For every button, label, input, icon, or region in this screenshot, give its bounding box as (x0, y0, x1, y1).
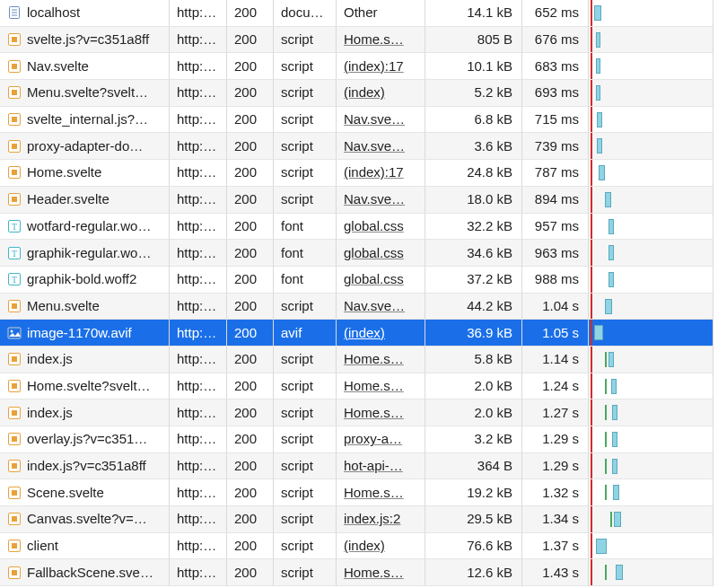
name-cell[interactable]: Menu.svelte (0, 294, 170, 320)
size-cell[interactable]: 24.8 kB (425, 160, 522, 187)
type-cell[interactable]: font (274, 240, 337, 267)
initiator-link[interactable]: Nav.sve… (344, 111, 405, 127)
initiator-cell[interactable]: global.css (337, 214, 425, 241)
protocol-cell[interactable]: http:… (170, 0, 227, 27)
protocol-cell[interactable]: http:… (170, 240, 227, 267)
size-cell[interactable]: 6.8 kB (425, 107, 522, 134)
status-cell[interactable]: 200 (227, 0, 274, 27)
size-cell[interactable]: 19.2 kB (425, 479, 522, 506)
protocol-cell[interactable]: http:… (170, 133, 227, 160)
name-cell[interactable]: index.js (0, 347, 170, 373)
waterfall-cell[interactable] (589, 559, 714, 586)
status-cell[interactable]: 200 (227, 399, 274, 426)
waterfall-cell[interactable] (589, 373, 714, 400)
status-cell[interactable]: 200 (227, 214, 274, 241)
waterfall-cell[interactable] (589, 107, 714, 134)
initiator-link[interactable]: global.css (344, 245, 404, 261)
type-cell[interactable]: script (274, 107, 337, 134)
name-cell[interactable]: index.js?v=c351a8ff (0, 453, 170, 480)
name-cell[interactable]: FallbackScene.sve… (0, 559, 170, 586)
type-cell[interactable]: script (274, 479, 337, 506)
initiator-cell[interactable]: Home.s… (337, 479, 425, 506)
time-cell[interactable]: 963 ms (522, 240, 589, 267)
size-cell[interactable]: 805 B (425, 27, 522, 54)
initiator-cell[interactable]: Home.s… (337, 347, 425, 373)
status-cell[interactable]: 200 (227, 240, 274, 267)
type-cell[interactable]: script (274, 133, 337, 160)
status-cell[interactable]: 200 (227, 506, 274, 533)
time-cell[interactable]: 693 ms (522, 80, 589, 107)
size-cell[interactable]: 44.2 kB (425, 294, 522, 320)
time-cell[interactable]: 1.29 s (522, 453, 589, 480)
waterfall-cell[interactable] (589, 506, 714, 533)
time-cell[interactable]: 1.34 s (522, 506, 589, 533)
name-cell[interactable]: Nav.svelte (0, 53, 170, 80)
initiator-link[interactable]: (index) (344, 325, 385, 341)
protocol-cell[interactable]: http:… (170, 479, 227, 506)
name-cell[interactable]: client (0, 533, 170, 560)
time-cell[interactable]: 676 ms (522, 27, 589, 54)
type-cell[interactable]: script (274, 453, 337, 480)
waterfall-cell[interactable] (589, 133, 714, 160)
status-cell[interactable]: 200 (227, 53, 274, 80)
type-cell[interactable]: avif (274, 320, 337, 347)
size-cell[interactable]: 29.5 kB (425, 506, 522, 533)
name-cell[interactable]: Home.svelte (0, 160, 170, 187)
waterfall-cell[interactable] (589, 533, 714, 560)
type-cell[interactable]: script (274, 53, 337, 80)
time-cell[interactable]: 1.24 s (522, 373, 589, 400)
time-cell[interactable]: 715 ms (522, 107, 589, 134)
size-cell[interactable]: 5.2 kB (425, 80, 522, 107)
type-cell[interactable]: script (274, 160, 337, 187)
protocol-cell[interactable]: http:… (170, 107, 227, 134)
waterfall-cell[interactable] (589, 347, 714, 373)
waterfall-cell[interactable] (589, 53, 714, 80)
initiator-cell[interactable]: Nav.sve… (337, 294, 425, 320)
size-cell[interactable]: 3.6 kB (425, 133, 522, 160)
type-cell[interactable]: script (274, 533, 337, 560)
time-cell[interactable]: 1.04 s (522, 294, 589, 320)
protocol-cell[interactable]: http:… (170, 160, 227, 187)
initiator-cell[interactable]: (index) (337, 80, 425, 107)
name-cell[interactable]: Twotfard-regular.wo… (0, 214, 170, 241)
initiator-cell[interactable]: Other (337, 0, 425, 27)
status-cell[interactable]: 200 (227, 80, 274, 107)
initiator-link[interactable]: proxy-a… (344, 431, 402, 447)
status-cell[interactable]: 200 (227, 160, 274, 187)
type-cell[interactable]: docu… (274, 0, 337, 27)
initiator-cell[interactable]: proxy-a… (337, 426, 425, 453)
status-cell[interactable]: 200 (227, 373, 274, 400)
type-cell[interactable]: script (274, 187, 337, 214)
waterfall-cell[interactable] (589, 479, 714, 506)
type-cell[interactable]: script (274, 347, 337, 373)
waterfall-cell[interactable] (589, 320, 714, 347)
waterfall-cell[interactable] (589, 80, 714, 107)
size-cell[interactable]: 364 B (425, 453, 522, 480)
status-cell[interactable]: 200 (227, 107, 274, 134)
time-cell[interactable]: 1.32 s (522, 479, 589, 506)
initiator-link[interactable]: Nav.sve… (344, 191, 405, 207)
waterfall-cell[interactable] (589, 399, 714, 426)
name-cell[interactable]: Canvas.svelte?v=… (0, 506, 170, 533)
initiator-cell[interactable]: (index):17 (337, 160, 425, 187)
status-cell[interactable]: 200 (227, 320, 274, 347)
protocol-cell[interactable]: http:… (170, 267, 227, 294)
name-cell[interactable]: svelte.js?v=c351a8ff (0, 27, 170, 54)
size-cell[interactable]: 2.0 kB (425, 373, 522, 400)
name-cell[interactable]: proxy-adapter-do… (0, 133, 170, 160)
initiator-cell[interactable]: Home.s… (337, 27, 425, 54)
protocol-cell[interactable]: http:… (170, 373, 227, 400)
initiator-cell[interactable]: global.css (337, 240, 425, 267)
size-cell[interactable]: 5.8 kB (425, 347, 522, 373)
initiator-link[interactable]: Nav.sve… (344, 298, 405, 314)
waterfall-cell[interactable] (589, 453, 714, 480)
initiator-cell[interactable]: index.js:2 (337, 506, 425, 533)
waterfall-cell[interactable] (589, 160, 714, 187)
protocol-cell[interactable]: http:… (170, 399, 227, 426)
time-cell[interactable]: 1.43 s (522, 559, 589, 586)
protocol-cell[interactable]: http:… (170, 559, 227, 586)
initiator-cell[interactable]: (index) (337, 320, 425, 347)
size-cell[interactable]: 34.6 kB (425, 240, 522, 267)
waterfall-cell[interactable] (589, 0, 714, 27)
initiator-cell[interactable]: Home.s… (337, 399, 425, 426)
